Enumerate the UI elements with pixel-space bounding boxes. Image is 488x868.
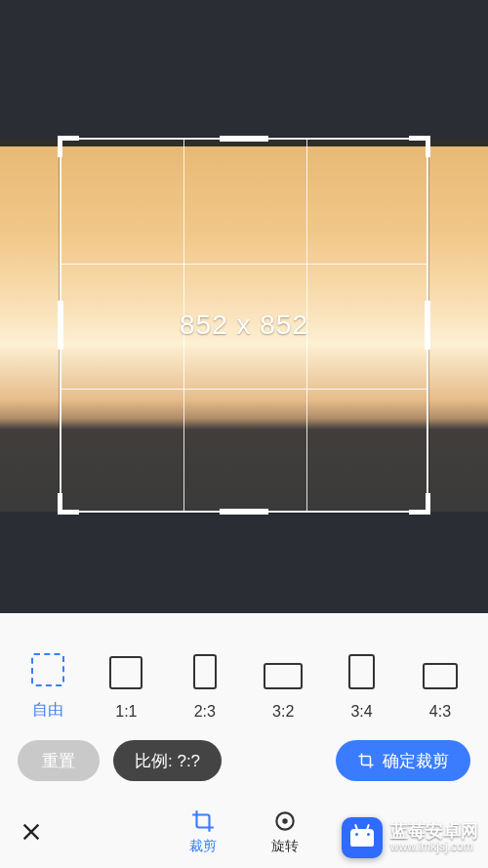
ratio-option-3-2[interactable]: 3:2 [257, 663, 309, 721]
crop-handle-top[interactable] [220, 136, 268, 142]
crop-tab-icon [190, 808, 216, 834]
crop-icon [357, 752, 375, 769]
bottom-panel: 自由 1:1 2:3 3:2 3:4 4:3 重置 比例: ?:? [0, 613, 488, 868]
tab-crop[interactable]: 裁剪 [189, 808, 217, 855]
ratio-free-icon [31, 653, 64, 686]
aspect-ratio-row: 自由 1:1 2:3 3:2 3:4 4:3 [0, 613, 488, 721]
crop-handle-bottom-left[interactable] [58, 493, 79, 515]
ratio-3-4-label: 3:4 [350, 703, 372, 721]
ratio-1-1-label: 1:1 [115, 703, 137, 721]
ratio-free-label: 自由 [32, 700, 63, 721]
svg-point-1 [282, 818, 287, 823]
ratio-option-free[interactable]: 自由 [21, 653, 74, 721]
ratio-option-3-4[interactable]: 3:4 [336, 654, 388, 721]
ratio-option-2-3[interactable]: 2:3 [179, 654, 231, 721]
crop-frame[interactable]: 852 x 852 [60, 138, 428, 513]
crop-handle-top-right[interactable] [409, 136, 430, 157]
action-row: 重置 比例: ?:? 确定裁剪 [0, 721, 488, 781]
rotate-tab-icon [272, 808, 298, 834]
close-icon [20, 821, 42, 843]
reset-button[interactable]: 重置 [18, 740, 100, 781]
crop-handle-left[interactable] [58, 301, 63, 350]
crop-handle-bottom[interactable] [220, 509, 268, 515]
ratio-prompt-button[interactable]: 比例: ?:? [113, 740, 222, 781]
crop-handle-right[interactable] [425, 301, 430, 350]
close-button[interactable] [0, 796, 62, 868]
ratio-2-3-icon [193, 654, 217, 689]
tab-rotate-label: 旋转 [271, 838, 299, 855]
crop-handle-bottom-right[interactable] [409, 493, 430, 515]
ratio-3-4-icon [348, 654, 375, 689]
tab-rotate[interactable]: 旋转 [271, 808, 299, 855]
confirm-crop-button[interactable]: 确定裁剪 [336, 740, 470, 781]
ratio-3-2-icon [264, 663, 303, 689]
tab-crop-label: 裁剪 [189, 838, 217, 855]
ratio-4-3-label: 4:3 [429, 703, 451, 721]
preview-area: 852 x 852 [0, 0, 488, 613]
crop-dimensions-label: 852 x 852 [61, 140, 427, 511]
ratio-3-2-label: 3:2 [272, 703, 294, 721]
ratio-option-4-3[interactable]: 4:3 [414, 663, 467, 721]
crop-handle-top-left[interactable] [58, 136, 79, 157]
ratio-4-3-icon [423, 663, 458, 689]
confirm-crop-label: 确定裁剪 [383, 750, 449, 772]
ratio-2-3-label: 2:3 [194, 703, 216, 721]
tab-row: 裁剪 旋转 [0, 796, 488, 868]
ratio-1-1-icon [109, 656, 142, 689]
ratio-option-1-1[interactable]: 1:1 [100, 656, 152, 721]
